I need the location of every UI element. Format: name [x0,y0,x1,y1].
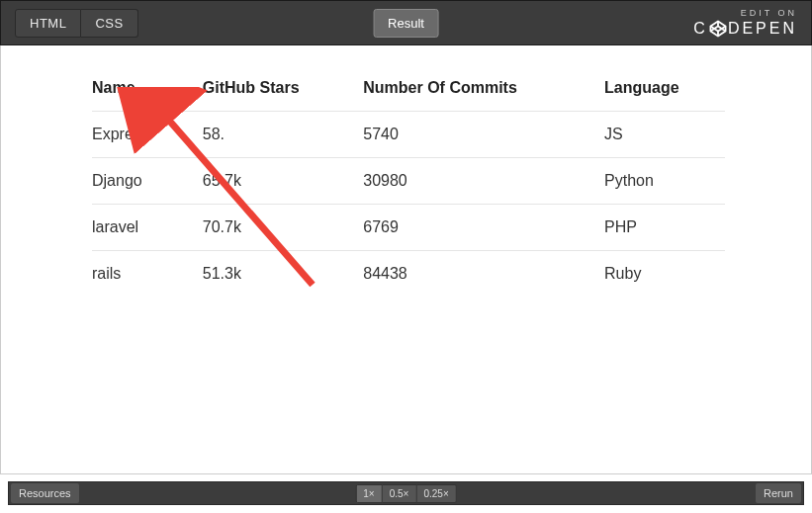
brand-text-c: C [693,21,708,37]
cell-stars: 51.3k [203,251,364,298]
cell-name: Django [92,158,203,205]
frameworks-table-wrap: Name GitHub Stars Number Of Commits Lang… [92,65,725,297]
cell-commits: 84438 [363,251,604,298]
cell-name: laravel [92,205,203,251]
brand-text-depen: DEPEN [728,21,797,37]
col-header-stars: GitHub Stars [203,65,364,112]
css-tab-button[interactable]: CSS [81,9,137,38]
cell-name: rails [92,251,203,298]
col-header-language: Language [604,65,725,112]
edit-on-label: EDIT ON [741,9,797,18]
cell-stars: 70.7k [203,205,364,251]
cell-language: Python [604,158,725,205]
cell-stars: 65.7k [203,158,364,205]
cell-language: PHP [604,205,725,251]
cell-commits: 5740 [363,112,604,158]
top-toolbar: HTML CSS Result EDIT ON C DEPEN [0,0,812,45]
frameworks-table: Name GitHub Stars Number Of Commits Lang… [92,65,725,297]
codepen-branding[interactable]: EDIT ON C DEPEN [693,9,797,38]
bottom-toolbar: Resources 1× 0.5× 0.25× Rerun [8,481,804,505]
codepen-cube-icon [709,20,727,38]
html-tab-button[interactable]: HTML [15,9,81,38]
zoom-025x-button[interactable]: 0.25× [416,484,456,503]
cell-name: Express [92,112,203,158]
rerun-button[interactable]: Rerun [756,483,801,503]
cell-language: Ruby [604,251,725,298]
table-header-row: Name GitHub Stars Number Of Commits Lang… [92,65,725,112]
col-header-name: Name [92,65,203,112]
table-row: Express58.5740JS [92,112,725,158]
result-frame: Name GitHub Stars Number Of Commits Lang… [0,45,812,474]
cell-stars: 58. [203,112,364,158]
table-row: Django65.7k30980Python [92,158,725,205]
zoom-1x-button[interactable]: 1× [355,484,382,503]
cell-language: JS [604,112,725,158]
cell-commits: 6769 [363,205,604,251]
result-tab-wrap: Result [373,9,439,38]
zoom-05x-button[interactable]: 0.5× [383,484,417,503]
table-row: rails51.3k84438Ruby [92,251,725,298]
codepen-logo: C DEPEN [693,20,797,38]
editor-tabs: HTML CSS [15,9,138,38]
col-header-commits: Number Of Commits [363,65,604,112]
table-row: laravel70.7k6769PHP [92,205,725,251]
zoom-controls: 1× 0.5× 0.25× [355,484,456,503]
resources-button[interactable]: Resources [11,483,79,503]
cell-commits: 30980 [363,158,604,205]
result-tab-button[interactable]: Result [373,9,439,38]
